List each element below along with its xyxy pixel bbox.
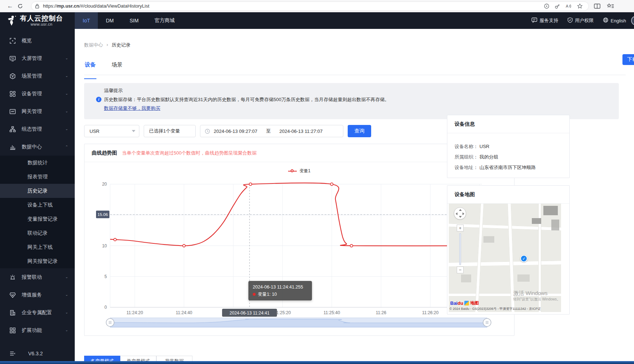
sidebar-item-label: 增值服务 bbox=[22, 292, 65, 298]
split-screen-icon[interactable] bbox=[594, 3, 600, 9]
variable-select[interactable]: 已选择1个变量 bbox=[144, 125, 196, 137]
avatar[interactable] bbox=[631, 16, 634, 25]
top-menu-iot[interactable]: IoT bbox=[75, 12, 98, 29]
svg-text:11:26: 11:26 bbox=[376, 310, 386, 315]
tab-设备[interactable]: 设备 bbox=[84, 60, 96, 75]
sidebar-item-组态管理[interactable]: 组态管理⌄ bbox=[0, 120, 75, 138]
sidebar-item-label: 扩展功能 bbox=[22, 327, 65, 334]
buy-storage-link[interactable]: 数据存储量不够，我要购买 bbox=[104, 105, 160, 112]
breadcrumb-parent[interactable]: 数据中心 bbox=[84, 42, 103, 48]
device-location-marker[interactable]: ✓ bbox=[520, 255, 527, 262]
sidebar-subitem-历史记录[interactable]: 历史记录 bbox=[0, 184, 75, 198]
search-button[interactable]: 查询 bbox=[348, 125, 371, 137]
sidebar-subitem-网关上下线[interactable]: 网关上下线 bbox=[0, 240, 75, 254]
sidebar-item-网关管理[interactable]: 网关管理⌄ bbox=[0, 103, 75, 120]
chevron-down-icon: ⌄ bbox=[65, 110, 68, 113]
map-canvas[interactable]: + − ✓ Baidu 地图 激活 Windows 转到"设置"以激活 Wind… bbox=[449, 204, 561, 312]
map-zoom-in-button[interactable]: + bbox=[457, 225, 464, 231]
device-icon bbox=[9, 91, 16, 97]
notice-box: 温馨提示 i 历史数据存储：平台历史数据默认支持查询近31天内的历史数据，每月可… bbox=[84, 83, 619, 119]
top-menu-官方商城[interactable]: 官方商城 bbox=[147, 12, 183, 29]
date-start: 2024-06-13 09:27:07 bbox=[214, 129, 257, 134]
sidebar-item-label: 设备管理 bbox=[22, 91, 65, 97]
sidebar-subitem-网关报警记录[interactable]: 网关报警记录 bbox=[0, 254, 75, 268]
sidebar-item-场景管理[interactable]: 场景管理⌄ bbox=[0, 67, 75, 85]
sidebar-item-概览[interactable]: 概览 bbox=[0, 32, 75, 49]
top-nav-label: 服务支持 bbox=[539, 17, 558, 24]
sidebar-subitem-设备上下线[interactable]: 设备上下线 bbox=[0, 198, 75, 212]
device-info-card: 设备信息 设备名称：USR所属组织：我的分组设备地址：山东省济南市历下区坤顺路 bbox=[447, 115, 570, 178]
map-attribution: © 2024 Baidu - GS(2023)3206号 - 甲测资字11111… bbox=[450, 307, 561, 311]
back-icon[interactable]: ← bbox=[5, 1, 15, 11]
tooltip-time: 2024-06-13 11:24:41.255 bbox=[253, 284, 308, 290]
chevron-down-icon: ⌄ bbox=[65, 311, 68, 314]
info-icon: i bbox=[96, 97, 101, 102]
sidebar-item-企业专属配置[interactable]: 企业专属配置⌄ bbox=[0, 304, 75, 321]
top-menu: IoTDMSIM官方商城 bbox=[75, 12, 183, 29]
top-nav-用户权限[interactable]: 用户权限 bbox=[568, 17, 594, 24]
top-menu-dm[interactable]: DM bbox=[98, 12, 122, 29]
tooltip-series-dot bbox=[253, 293, 256, 296]
svg-text:11:26:20: 11:26:20 bbox=[422, 310, 439, 315]
map-building bbox=[483, 236, 494, 243]
screen: ← https://mp.usr.cn/#/cloud/data/ViewDat… bbox=[0, 0, 634, 364]
map-building bbox=[517, 274, 530, 282]
overview-icon bbox=[9, 38, 16, 44]
tab-场景[interactable]: 场景 bbox=[111, 60, 123, 75]
top-nav-label: 用户权限 bbox=[575, 17, 594, 24]
legend-label: 变量1 bbox=[299, 168, 311, 174]
query-row: USR 已选择1个变量 2024-06-13 09:27:07 至 2024-0… bbox=[84, 125, 371, 137]
device-select[interactable]: USR bbox=[84, 125, 139, 137]
sidebar-item-数据中心[interactable]: 数据中心⌃ bbox=[0, 138, 75, 156]
sidebar-submenu: 数据统计报表管理历史记录设备上下线变量报警记录联动记录网关上下线网关报警记录 bbox=[0, 156, 75, 268]
tooltip-value: 变量1: 10 bbox=[258, 291, 277, 298]
chart-tooltip: 2024-06-13 11:24:41.255 变量1: 10 bbox=[248, 281, 312, 300]
top-menu-sim[interactable]: SIM bbox=[122, 12, 147, 29]
version-label: V6.3.2 bbox=[28, 351, 43, 356]
sidebar-item-扩展功能[interactable]: 扩展功能⌄ bbox=[0, 321, 75, 339]
map-building bbox=[543, 206, 558, 215]
refresh-icon[interactable] bbox=[15, 1, 25, 11]
taskbar-strip bbox=[0, 361, 634, 364]
app-logo[interactable]: 有人云控制台 www.usr.cn bbox=[0, 15, 75, 26]
chevron-down-icon: ⌄ bbox=[65, 74, 68, 78]
date-separator: 至 bbox=[266, 128, 271, 134]
map-pan-control[interactable] bbox=[454, 207, 466, 220]
favorites-bar-icon[interactable] bbox=[607, 3, 614, 9]
chevron-down-icon: ⌄ bbox=[65, 92, 68, 95]
location-icon[interactable] bbox=[544, 3, 550, 9]
map-building bbox=[532, 218, 541, 224]
svg-text:11:24:20: 11:24:20 bbox=[126, 310, 143, 315]
date-range-picker[interactable]: 2024-06-13 09:27:07 至 2024-06-13 11:27:0… bbox=[200, 125, 343, 137]
browser-bar: ← https://mp.usr.cn/#/cloud/data/ViewDat… bbox=[0, 0, 634, 12]
sidebar-subitem-联动记录[interactable]: 联动记录 bbox=[0, 226, 75, 240]
map-building bbox=[551, 220, 559, 230]
sidebar-item-设备管理[interactable]: 设备管理⌄ bbox=[0, 85, 75, 103]
device-info-row: 设备名称：USR bbox=[455, 143, 562, 150]
device-map-title: 设备地图 bbox=[447, 186, 569, 204]
address-bar[interactable]: https://mp.usr.cn/#/cloud/data/ViewDataH… bbox=[31, 1, 589, 11]
map-zoom-slider[interactable] bbox=[459, 233, 461, 265]
device-map-card: 设备地图 bbox=[447, 185, 570, 315]
key-icon[interactable] bbox=[555, 3, 560, 9]
sidebar-item-label: 网关管理 bbox=[22, 108, 65, 115]
sidebar-item-大屏管理[interactable]: 大屏管理⌄ bbox=[0, 49, 75, 67]
sidebar-subitem-报表管理[interactable]: 报表管理 bbox=[0, 170, 75, 184]
device-info-rows: 设备名称：USR所属组织：我的分组设备地址：山东省济南市历下区坤顺路 bbox=[447, 133, 569, 178]
info-label: 设备名称： bbox=[455, 143, 478, 150]
sidebar-subitem-数据统计[interactable]: 数据统计 bbox=[0, 156, 75, 170]
top-nav-服务支持[interactable]: 服务支持 bbox=[531, 17, 558, 24]
svg-text:20: 20 bbox=[102, 182, 107, 187]
top-nav-English[interactable]: English bbox=[603, 17, 626, 24]
app-top-nav: 有人云控制台 www.usr.cn IoTDMSIM官方商城 服务支持用户权限E… bbox=[0, 12, 634, 29]
read-aloud-icon[interactable]: A bbox=[565, 3, 572, 9]
info-label: 设备地址： bbox=[455, 164, 478, 170]
notice-body: i 历史数据存储：平台历史数据默认支持查询近31天内的历史数据，每月可免费存储5… bbox=[104, 96, 612, 103]
map-zoom-out-button[interactable]: − bbox=[457, 266, 464, 273]
favorite-star-icon[interactable] bbox=[577, 3, 583, 9]
sidebar-item-报警联动[interactable]: 报警联动⌄ bbox=[0, 268, 75, 286]
sidebar-subitem-变量报警记录[interactable]: 变量报警记录 bbox=[0, 212, 75, 226]
chevron-down-icon bbox=[132, 130, 135, 132]
data-center-icon bbox=[9, 144, 16, 150]
sidebar-item-增值服务[interactable]: 增值服务⌄ bbox=[0, 286, 75, 304]
